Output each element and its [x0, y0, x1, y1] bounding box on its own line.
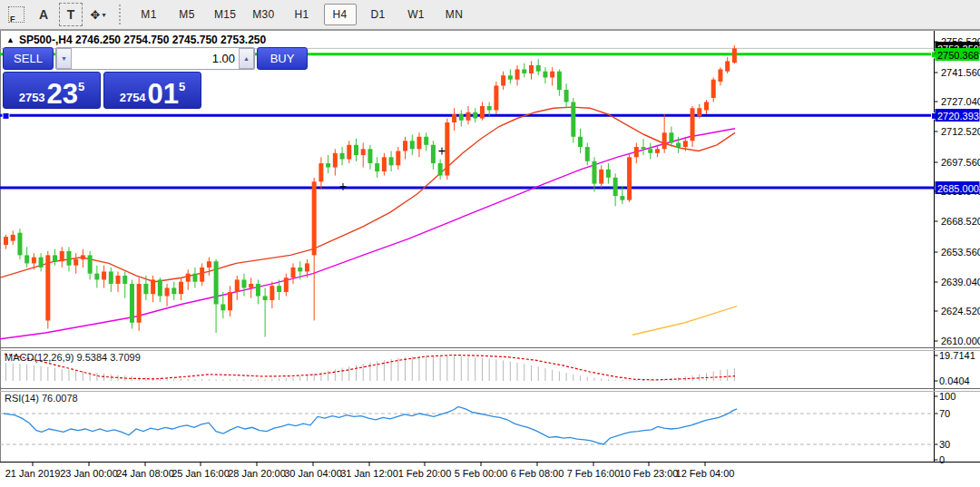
candlestick: [241, 279, 246, 287]
candlestick: [102, 271, 106, 279]
candlestick: [424, 137, 428, 145]
candlestick: [529, 65, 534, 73]
price-axis-label: 2624.520: [941, 306, 980, 317]
candlestick: [416, 137, 421, 150]
candlestick: [143, 284, 148, 294]
candlestick: [17, 233, 22, 256]
candlestick: [683, 141, 688, 147]
price-badge-label: 2685.000: [937, 183, 979, 194]
volume-input[interactable]: [72, 48, 239, 69]
one-click-trading-panel: SELL ▼ ▲ BUY 2753 23 5 2754 01 5: [3, 47, 201, 109]
candlestick: [122, 276, 127, 284]
candlestick: [130, 284, 134, 323]
candlestick: [578, 137, 583, 147]
price-axis-label: 2727.040: [941, 96, 980, 107]
time-axis-label: 23 Jan 00:00: [60, 468, 118, 479]
candlestick: [249, 284, 253, 288]
buy-button[interactable]: BUY: [257, 47, 308, 70]
volume-increase-button[interactable]: ▲: [239, 48, 254, 69]
candlestick: [691, 108, 695, 141]
candlestick: [564, 90, 569, 102]
candlestick: [431, 145, 436, 163]
candlestick: [326, 163, 330, 168]
candlestick: [725, 61, 730, 71]
candlestick: [732, 48, 737, 63]
volume-control: ▼ ▲: [55, 47, 255, 70]
rsi-label: RSI(14) 76.0078: [5, 393, 78, 404]
candlestick: [45, 255, 50, 320]
candlestick: [24, 255, 29, 263]
candlestick: [270, 286, 274, 300]
candlestick: [256, 284, 260, 297]
candlestick: [494, 85, 498, 110]
chart-title: ▲SP500-,H4 2746.250 2754.750 2745.750 27…: [6, 34, 266, 46]
price-axis-label: 2668.520: [941, 216, 980, 227]
candlestick: [312, 181, 317, 255]
time-axis-label: 1 Feb 20:00: [398, 468, 452, 479]
candlestick: [74, 259, 78, 266]
time-axis-label: 5 Feb 00:00: [455, 468, 508, 479]
candlestick: [627, 157, 632, 200]
candlestick: [60, 251, 64, 261]
candlestick: [66, 251, 71, 266]
price-badge-label: 2750.368: [937, 50, 979, 61]
candlestick: [480, 106, 485, 119]
time-axis-label: 6 Feb 08:00: [511, 468, 564, 479]
candlestick: [81, 255, 85, 259]
candlestick: [94, 274, 99, 280]
sell-price-display[interactable]: 2753 23 5: [3, 72, 101, 109]
price-axis-label: 2653.560: [941, 247, 980, 258]
candlestick: [403, 141, 407, 151]
candlestick: [585, 147, 590, 161]
price-axis-label: 2639.040: [941, 277, 980, 287]
candlestick: [192, 274, 197, 282]
candlestick: [368, 149, 372, 163]
candlestick: [592, 161, 596, 184]
sell-price-sup: 5: [78, 81, 84, 93]
sell-button[interactable]: SELL: [3, 47, 54, 70]
candlestick: [473, 112, 477, 119]
candlestick: [620, 196, 624, 200]
candlestick: [389, 157, 394, 165]
candlestick: [318, 163, 323, 181]
candlestick: [375, 163, 379, 171]
candlestick: [711, 80, 716, 98]
symbol-marker-icon: ▲: [6, 35, 15, 44]
buy-price-big: 01: [148, 83, 179, 105]
time-axis-label: 12 Feb 04:00: [676, 468, 735, 479]
candlestick: [158, 279, 162, 296]
price-axis-label: 2741.560: [941, 67, 980, 78]
buy-price-prefix: 2754: [120, 92, 146, 103]
time-axis-label: 28 Jan 20:00: [228, 468, 286, 479]
candlestick: [228, 292, 232, 310]
buy-price-sup: 5: [179, 81, 185, 93]
candlestick: [606, 170, 611, 178]
candlestick: [452, 114, 456, 122]
time-axis-label: 10 Feb 23:00: [620, 468, 679, 479]
candlestick: [207, 261, 211, 268]
candlestick: [179, 282, 183, 295]
candlestick: [291, 268, 296, 278]
candlestick: [487, 106, 492, 111]
trading-terminal-window: 2756.5202741.5602727.0402712.5202697.560…: [0, 0, 980, 487]
candlestick: [704, 102, 709, 110]
candlestick: [165, 287, 170, 296]
candlestick: [676, 143, 681, 148]
candlestick: [648, 149, 652, 153]
candlestick: [697, 108, 701, 116]
candlestick: [172, 287, 176, 294]
buy-price-display[interactable]: 2754 01 5: [103, 72, 201, 109]
time-axis-label: 7 Feb 16:00: [567, 468, 621, 479]
candlestick: [137, 284, 142, 323]
candlestick: [340, 153, 345, 160]
rsi-axis-label: 30: [939, 439, 950, 450]
price-axis-label: 2697.560: [941, 157, 980, 168]
candlestick: [186, 274, 191, 282]
volume-decrease-button[interactable]: ▼: [56, 48, 72, 69]
candlestick: [642, 147, 646, 149]
candlestick: [32, 258, 36, 264]
candlestick: [634, 147, 639, 157]
candlestick: [655, 149, 660, 153]
candlestick: [220, 304, 225, 310]
price-badge-label: 2720.393: [937, 111, 979, 122]
